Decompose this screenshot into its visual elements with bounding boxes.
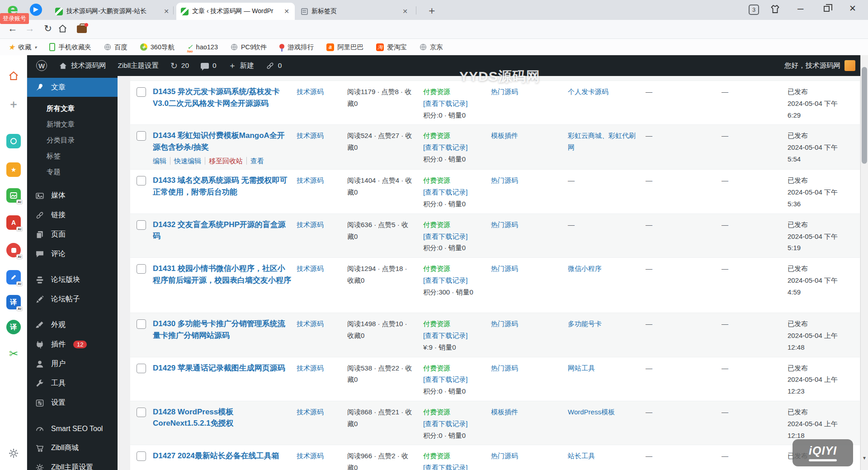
rail-star-app-icon[interactable]: ★ (6, 162, 21, 177)
tab-site-home[interactable]: 技术源码网-大鹏资源网-站长 ✕ (51, 3, 175, 20)
admin-bar-links[interactable]: 0 (266, 62, 282, 70)
rail-red-circle-ai-icon[interactable]: AI (6, 243, 21, 257)
post-title-link[interactable]: D1431 校园小情书微信小程序，社区小程序前后端开源，校园表白墙交友小程序 (153, 263, 291, 286)
admin-bar-new[interactable]: ＋ 新建 (228, 60, 254, 71)
submenu-all-posts[interactable]: 所有文章 (27, 100, 118, 116)
rail-scissors-icon[interactable]: ✂ (6, 347, 21, 361)
minimize-button[interactable]: – (797, 2, 803, 14)
category-link[interactable]: 技术源码 (297, 219, 347, 254)
category-link[interactable]: 技术源码 (297, 406, 347, 441)
row-checkbox[interactable] (137, 176, 146, 185)
tab-count-badge[interactable]: 3 (749, 5, 759, 15)
download-records-link[interactable]: [查看下载记录] (423, 186, 486, 198)
row-checkbox[interactable] (137, 451, 146, 461)
sidebar-item-media[interactable]: 媒体 (27, 186, 118, 205)
bookmark-jd[interactable]: 京东 (420, 43, 443, 52)
post-title-link[interactable]: D1427 2024最新站长必备在线工具箱 (153, 450, 291, 462)
login-account-badge[interactable]: 登录账号 (0, 13, 29, 24)
bookmark-alibaba[interactable]: a阿里巴巴 (326, 43, 363, 52)
forward-icon[interactable]: → (24, 23, 36, 34)
post-title-link[interactable]: D1432 交友盲盒系统PHP开源的盲盒源码 (153, 219, 291, 242)
sidebar-item-plugins[interactable]: 插件 12 (27, 335, 118, 354)
rail-gear-icon[interactable] (6, 446, 21, 461)
submenu-topics[interactable]: 专题 (27, 164, 118, 180)
download-records-link[interactable]: [查看下载记录] (423, 462, 486, 470)
sidebar-item-users[interactable]: 用户 (27, 354, 118, 374)
row-checkbox[interactable] (137, 87, 146, 97)
post-title-link[interactable]: D1429 苹果通话记录截图生成网页源码 (153, 362, 291, 374)
download-records-link[interactable]: [查看下载记录] (423, 330, 486, 342)
sidebar-item-posts[interactable]: 文章 (27, 78, 118, 97)
download-records-link[interactable]: [查看下载记录] (423, 275, 486, 286)
row-checkbox[interactable] (137, 408, 146, 417)
sidebar-item-zibll-theme-settings[interactable]: Zibll主题设置 (27, 458, 118, 470)
bookmark-mobile-favorites[interactable]: 手机收藏夹 (49, 43, 91, 52)
tags-link[interactable]: WordPress模板 (568, 408, 615, 416)
trash-link[interactable]: 移至回收站 (205, 157, 246, 165)
download-records-link[interactable]: [查看下载记录] (423, 418, 486, 430)
reload-icon[interactable]: ↻ (42, 23, 54, 34)
admin-bar-zibll-settings[interactable]: Zibll主题设置 (118, 61, 159, 71)
new-tab-button[interactable]: ＋ (425, 4, 439, 18)
post-title-link[interactable]: D1435 异次元发卡源码系统/荔枝发卡V3.0二次元风格发卡网全开源源码 (153, 86, 291, 109)
admin-bar-comments[interactable]: 0 (201, 62, 217, 70)
category-link[interactable]: 技术源码 (297, 175, 347, 209)
wp-logo[interactable]: W (36, 60, 47, 71)
submenu-categories[interactable]: 分类目录 (27, 132, 118, 148)
sidebar-item-comments[interactable]: 评论 (27, 244, 118, 264)
type-tag-link[interactable]: 模板插件 (491, 406, 568, 441)
category-link[interactable]: 技术源码 (297, 362, 347, 397)
type-tag-link[interactable]: 热门源码 (491, 450, 568, 470)
sidebar-item-zibll-shop[interactable]: Zibll商城 (27, 438, 118, 458)
edit-link[interactable]: 编辑 (153, 157, 170, 165)
category-link[interactable]: 技术源码 (297, 318, 347, 353)
rail-translate-circle-icon[interactable]: 译 (6, 320, 21, 334)
sidebar-item-smart-seo[interactable]: Smart SEO Tool (27, 419, 118, 438)
restore-window-button[interactable] (824, 6, 830, 12)
tags-link[interactable]: 站长工具 (568, 452, 595, 460)
rail-pdf-ai-icon[interactable]: AAI (6, 215, 21, 230)
category-link[interactable]: 技术源码 (297, 450, 347, 470)
bookmark-pc9[interactable]: PC9软件 (231, 43, 267, 52)
rail-translate-doc-ai-icon[interactable]: 译AI (6, 295, 21, 309)
rail-teal-app-icon[interactable] (6, 134, 21, 148)
download-records-link[interactable]: [查看下载记录] (423, 231, 486, 242)
admin-bar-site-name[interactable]: 技术源码网 (59, 61, 106, 71)
download-records-link[interactable]: [查看下载记录] (423, 374, 486, 385)
sidebar-item-forum-sections[interactable]: 论坛版块 (27, 270, 118, 290)
category-link[interactable]: 技术源码 (297, 86, 347, 121)
send-app-icon[interactable] (30, 4, 42, 16)
type-tag-link[interactable]: 热门源码 (491, 318, 568, 353)
category-link[interactable]: 技术源码 (297, 130, 347, 166)
post-title-link[interactable]: D1428 WordPress模板 CoreNext1.5.2.1免授权 (153, 406, 291, 429)
sidebar-item-links[interactable]: 链接 (27, 205, 118, 225)
theme-skin-icon[interactable] (769, 4, 781, 14)
submenu-tags[interactable]: 标签 (27, 148, 118, 164)
row-checkbox[interactable] (137, 319, 146, 329)
bookmark-favorites[interactable]: ★收藏▾ (8, 43, 37, 52)
type-tag-link[interactable]: 热门源码 (491, 219, 568, 254)
close-window-button[interactable]: ✕ (849, 3, 856, 14)
tab-wp-posts[interactable]: 文章 ‹ 技术源码网 — WordPr ✕ (176, 3, 295, 20)
tags-link[interactable]: 多功能号卡 (568, 320, 602, 328)
type-tag-link[interactable]: 热门源码 (491, 175, 568, 209)
post-title-link[interactable]: D1434 彩虹知识付费模板MangoA全开源包含秒杀/抽奖 (153, 130, 291, 153)
sidebar-item-pages[interactable]: 页面 (27, 225, 118, 244)
bookmark-taobao[interactable]: 淘爱淘宝 (376, 43, 407, 52)
type-tag-link[interactable]: 热门源码 (491, 263, 568, 309)
type-tag-link[interactable]: 模板插件 (491, 130, 568, 166)
sidebar-item-forum-posts[interactable]: 论坛帖子 (27, 290, 118, 309)
tab-close-icon[interactable]: ✕ (401, 8, 409, 15)
rail-image-ai-icon[interactable]: AI (6, 188, 21, 203)
scrollbar-thumb[interactable] (862, 67, 867, 164)
category-link[interactable]: 技术源码 (297, 263, 347, 309)
post-title-link[interactable]: D1430 多功能号卡推广分销管理系统流量卡推广分销网站源码 (153, 318, 291, 341)
rail-doc-edit-ai-icon[interactable]: AI (6, 270, 21, 285)
sidebar-item-settings[interactable]: 设置 (27, 393, 118, 413)
bookmark-360nav[interactable]: ＋360导航 (140, 43, 175, 52)
page-scrollbar[interactable]: ▼ (860, 55, 868, 470)
tags-link[interactable]: 网站工具 (568, 364, 595, 372)
view-link[interactable]: 查看 (246, 157, 268, 165)
admin-bar-updates[interactable]: ↻ 20 (170, 61, 189, 71)
bookmark-game-rank[interactable]: 游戏排行 (279, 43, 314, 52)
